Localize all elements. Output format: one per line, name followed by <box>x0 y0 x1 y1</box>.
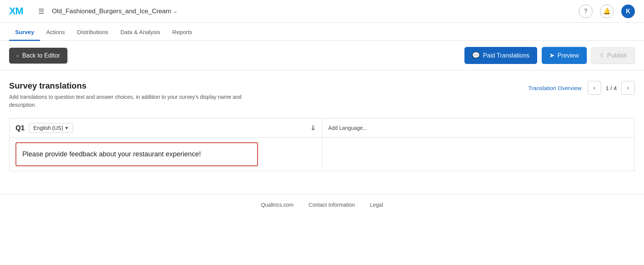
language-selector-dropdown[interactable]: English (US) ▼ <box>29 123 73 133</box>
tab-actions[interactable]: Actions <box>40 29 71 41</box>
top-nav: XM ☰ Old_Fashioned_Burgers_and_Ice_Cream… <box>0 0 644 23</box>
main-content: Survey translations Add translations to … <box>0 70 644 171</box>
chevron-down-icon: ▼ <box>65 126 69 130</box>
publish-icon: ⇧ <box>599 52 604 59</box>
footer: Qualtrics.com Contact Information Legal <box>0 194 644 215</box>
footer-contact-link[interactable]: Contact Information <box>309 202 355 208</box>
help-button[interactable]: ? <box>579 5 592 18</box>
pagination-info: 1 / 4 <box>603 85 620 91</box>
tab-survey[interactable]: Survey <box>9 29 40 41</box>
pagination-controls: ‹ 1 / 4 › <box>588 81 635 95</box>
question-text-box: Please provide feedback about your resta… <box>16 142 258 166</box>
translations-header-right: Translation Overview ‹ 1 / 4 › <box>528 81 635 95</box>
th-source-language: Q1 English (US) ▼ ⇓ <box>9 118 322 138</box>
hamburger-icon[interactable]: ☰ <box>38 7 44 16</box>
back-to-editor-button[interactable]: ‹ Back to Editor <box>9 48 67 64</box>
preview-icon: ➤ <box>549 51 555 59</box>
tab-reports[interactable]: Reports <box>166 29 199 41</box>
chevron-down-icon: ⌄ <box>174 8 178 14</box>
pagination-next-button[interactable]: › <box>621 81 635 95</box>
xm-logo: XM <box>9 5 23 17</box>
tab-data-analysis[interactable]: Data & Analysis <box>114 29 166 41</box>
preview-label: Preview <box>558 52 579 59</box>
preview-button[interactable]: ➤ Preview <box>542 47 587 64</box>
paid-translations-label: Paid Translations <box>483 52 530 59</box>
translation-target-cell <box>322 138 635 171</box>
tab-bar: Survey Actions Distributions Data & Anal… <box>0 23 644 41</box>
pagination-prev-button[interactable]: ‹ <box>588 81 601 95</box>
footer-qualtrics-link[interactable]: Qualtrics.com <box>261 202 294 208</box>
translation-overview-link[interactable]: Translation Overview <box>528 85 581 91</box>
table-row: Please provide feedback about your resta… <box>9 138 635 171</box>
th-add-language[interactable]: Add Language... <box>322 118 635 138</box>
survey-title[interactable]: Old_Fashioned_Burgers_and_Ice_Cream ⌄ <box>52 8 178 15</box>
avatar-label: K <box>626 8 630 15</box>
add-language-label: Add Language... <box>328 125 367 131</box>
question-label: Q1 <box>16 124 25 132</box>
back-button-label: Back to Editor <box>22 52 60 59</box>
back-arrow-icon: ‹ <box>17 53 19 59</box>
logo[interactable]: XM <box>9 5 23 17</box>
survey-name-text: Old_Fashioned_Burgers_and_Ice_Cream <box>52 8 171 15</box>
paid-translations-icon: 💬 <box>472 51 480 59</box>
publish-button: ⇧ Publish <box>591 47 635 64</box>
toolbar-right-buttons: 💬 Paid Translations ➤ Preview ⇧ Publish <box>464 47 635 64</box>
language-selector-label: English (US) <box>33 125 63 131</box>
footer-legal-link[interactable]: Legal <box>370 202 383 208</box>
paid-translations-button[interactable]: 💬 Paid Translations <box>464 47 537 64</box>
avatar[interactable]: K <box>621 5 635 18</box>
notification-button[interactable]: 🔔 <box>600 5 614 18</box>
bell-icon: 🔔 <box>603 8 611 15</box>
help-icon: ? <box>584 8 588 15</box>
question-text: Please provide feedback about your resta… <box>22 150 201 158</box>
translations-description: Add translations to question text and an… <box>9 93 252 109</box>
toolbar: ‹ Back to Editor 💬 Paid Translations ➤ P… <box>0 41 644 70</box>
translations-header-left: Survey translations Add translations to … <box>9 81 252 109</box>
translations-header: Survey translations Add translations to … <box>9 81 635 109</box>
nav-right: ? 🔔 K <box>579 5 635 18</box>
translations-title: Survey translations <box>9 81 252 91</box>
publish-label: Publish <box>607 52 627 59</box>
translation-table: Q1 English (US) ▼ ⇓ Add Language... <box>9 118 635 171</box>
source-text-cell: Please provide feedback about your resta… <box>9 138 322 171</box>
download-icon[interactable]: ⇓ <box>310 124 316 132</box>
tab-distributions[interactable]: Distributions <box>71 29 114 41</box>
